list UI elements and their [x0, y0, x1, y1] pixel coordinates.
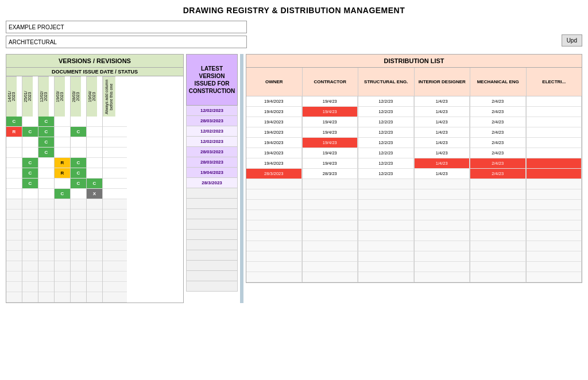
date-header-5: 28/03/2023 [71, 76, 81, 117]
cell-4-3: C [38, 148, 54, 158]
inter-e7 [415, 241, 470, 251]
project-input[interactable] [6, 21, 247, 33]
elec-e6 [527, 231, 582, 241]
elec-r1 [527, 96, 582, 107]
mech-e1 [470, 179, 526, 189]
struct-e5 [358, 220, 414, 231]
owner-r3: 19/4/2023 [246, 117, 302, 127]
cell-e-5-7 [71, 261, 86, 272]
inter-r3: 1/4/23 [415, 117, 470, 127]
mech-e7 [470, 241, 526, 251]
separator [240, 54, 243, 303]
cell-7-2: C [22, 179, 38, 189]
cell-e-3-9 [38, 282, 54, 292]
struct-r7: 12/2/23 [358, 158, 414, 169]
struct-r5: 12/2/23 [358, 138, 414, 148]
contr-e5 [303, 220, 358, 231]
cell-2-3: C [38, 127, 54, 137]
struct-r8: 12/2/23 [358, 169, 414, 179]
versions-grid: 14/01/2023 C R [6, 76, 184, 303]
cell-4-4 [55, 148, 70, 158]
cell-e-5-3 [71, 220, 86, 230]
dist-cols-header: OWNER 19/4/2023 19/4/2023 19/4/2023 19/4… [246, 68, 582, 283]
cell-e-4-6 [55, 251, 70, 261]
struct-r1: 12/2/23 [358, 96, 414, 107]
cell-e-6-3 [87, 220, 102, 230]
mech-r5: 2/4/23 [470, 138, 526, 148]
dist-col-electri: ELECTRI... [527, 68, 582, 282]
cell-e-3-6 [38, 251, 54, 261]
dist-col-mech-header: MECHANICAL ENG [470, 68, 526, 96]
cell-e-4-2 [55, 210, 70, 220]
cell-5-2: C [22, 158, 38, 168]
cell-e-4-1 [55, 199, 70, 210]
cell-2-6 [87, 127, 102, 137]
cell-e-2-1 [22, 199, 38, 210]
cell-e-2-8 [22, 272, 38, 282]
inter-e8 [415, 251, 470, 262]
latest-row-1: 12/02/2023 [186, 106, 238, 116]
owner-r5: 19/4/2023 [246, 138, 302, 148]
owner-r1: 19/4/2023 [246, 96, 302, 107]
inter-e6 [415, 231, 470, 241]
discipline-input[interactable] [6, 36, 247, 48]
cell-e-4-8 [55, 272, 70, 282]
elec-e2 [527, 189, 582, 200]
cell-e-2-10 [22, 292, 38, 303]
add-cell-1 [103, 117, 127, 127]
contr-r6: 19/4/23 [303, 148, 358, 158]
add-e-8 [103, 272, 127, 282]
struct-e8 [358, 251, 414, 262]
mech-r7: 2/4/23 [470, 158, 526, 169]
inter-r1: 1/4/23 [415, 96, 470, 107]
owner-r2: 19/4/2023 [246, 107, 302, 117]
cell-e-3-7 [38, 261, 54, 272]
date-col-6: 19/04/2023 C X [87, 76, 103, 303]
cell-1-1: C [6, 117, 22, 127]
dist-col-interior: INTERIOR DESIGNER 1/4/23 1/4/23 1/4/23 1… [415, 68, 471, 282]
cell-e-2-6 [22, 251, 38, 261]
latest-e-6 [186, 240, 238, 250]
cell-8-4: C [55, 189, 70, 199]
contr-r3: 19/4/23 [303, 117, 358, 127]
dist-col-contractor-header: CONTRACTOR [303, 68, 358, 96]
contr-e2 [303, 189, 358, 200]
cell-e-3-8 [38, 272, 54, 282]
cell-e-3-5 [38, 241, 54, 251]
latest-e-10 [186, 281, 238, 292]
cell-7-5: C [71, 179, 86, 189]
owner-e3 [246, 200, 302, 210]
elec-r8 [527, 169, 582, 179]
cell-3-1 [6, 137, 22, 148]
cell-e-5-6 [71, 251, 86, 261]
update-button[interactable]: Upd [562, 34, 582, 46]
struct-e6 [358, 231, 414, 241]
latest-row-5: 28/03/2023 [186, 147, 238, 157]
cell-e-6-6 [87, 251, 102, 261]
dist-col-mech: MECHANICAL ENG 2/4/23 2/4/23 2/4/23 2/4/… [470, 68, 527, 282]
add-e-7 [103, 261, 127, 272]
dist-col-structural-header: STRUCTURAL ENG. [358, 68, 414, 96]
inter-e9 [415, 262, 470, 272]
contr-r7: 19/4/23 [303, 158, 358, 169]
add-cell-2 [103, 127, 127, 137]
cell-5-5: C [71, 158, 86, 168]
struct-e2 [358, 189, 414, 200]
cell-e-3-4 [38, 230, 54, 241]
cell-e-5-9 [71, 282, 86, 292]
cell-e-2-3 [22, 220, 38, 230]
dist-header: DISTRIBUTION LIST [246, 54, 582, 68]
elec-e5 [527, 220, 582, 231]
latest-row-7: 19/04/2023 [186, 168, 238, 178]
cell-5-3 [38, 158, 54, 168]
versions-section: VERSIONS / REVISIONS DOCUMENT ISSUE DATE… [6, 54, 184, 303]
elec-r2 [527, 107, 582, 117]
cell-e-1-5 [6, 241, 22, 251]
owner-e4 [246, 210, 302, 220]
mech-e8 [470, 251, 526, 262]
latest-row-2: 28/03/2023 [186, 116, 238, 126]
cell-e-6-8 [87, 272, 102, 282]
latest-e-8 [186, 261, 238, 271]
cell-2-1: R [6, 127, 22, 137]
main-content: VERSIONS / REVISIONS DOCUMENT ISSUE DATE… [6, 54, 582, 303]
